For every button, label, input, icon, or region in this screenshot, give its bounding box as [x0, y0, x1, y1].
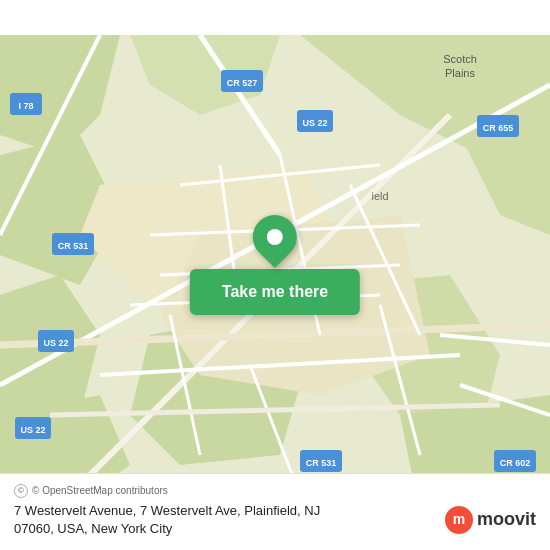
moovit-text: moovit	[477, 507, 536, 532]
cta-overlay: Take me there	[190, 215, 360, 315]
address-line1: 7 Westervelt Avenue, 7 Westervelt Ave, P…	[14, 503, 320, 518]
svg-text:US 22: US 22	[302, 118, 327, 128]
location-pin	[253, 215, 297, 259]
svg-text:I 78: I 78	[18, 101, 33, 111]
pin-inner-dot	[267, 229, 283, 245]
address-row: 7 Westervelt Avenue, 7 Westervelt Ave, P…	[14, 502, 536, 538]
svg-text:Scotch: Scotch	[443, 53, 477, 65]
copyright-row: © © OpenStreetMap contributors	[14, 484, 536, 498]
svg-text:CR 531: CR 531	[58, 241, 89, 251]
map-container: CR 527 US 22 CR 655 CR 531 US 22 US 22 I…	[0, 0, 550, 550]
svg-text:CR 602: CR 602	[500, 458, 531, 468]
svg-text:US 22: US 22	[20, 425, 45, 435]
svg-text:CR 527: CR 527	[227, 78, 258, 88]
svg-text:ield: ield	[371, 190, 388, 202]
moovit-icon: m	[445, 506, 473, 534]
address-line2: 07060, USA, New York City	[14, 521, 172, 536]
svg-text:US 22: US 22	[43, 338, 68, 348]
svg-text:Plains: Plains	[445, 67, 475, 79]
svg-text:CR 531: CR 531	[306, 458, 337, 468]
take-me-there-button[interactable]: Take me there	[190, 269, 360, 315]
address-text: 7 Westervelt Avenue, 7 Westervelt Ave, P…	[14, 502, 445, 538]
copyright-icon: ©	[14, 484, 28, 498]
pin-shape	[244, 206, 306, 268]
copyright-text: © OpenStreetMap contributors	[32, 485, 168, 496]
bottom-bar: © © OpenStreetMap contributors 7 Westerv…	[0, 473, 550, 550]
svg-text:CR 655: CR 655	[483, 123, 514, 133]
moovit-logo: m moovit	[445, 506, 536, 534]
